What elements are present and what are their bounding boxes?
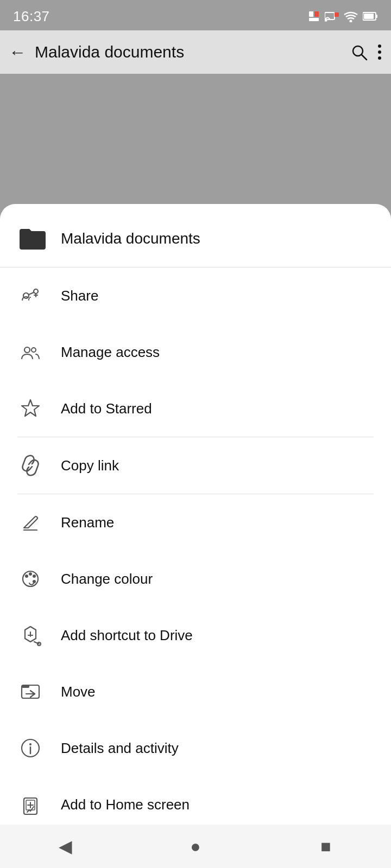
menu-item-move[interactable]: Move <box>0 663 391 720</box>
rename-icon <box>17 509 43 535</box>
add-home-label: Add to Home screen <box>61 796 190 813</box>
svg-point-11 <box>378 44 381 48</box>
home-add-icon <box>17 792 43 818</box>
svg-marker-20 <box>22 400 39 416</box>
svg-point-18 <box>24 347 30 353</box>
menu-item-copy-link[interactable]: Copy link <box>0 437 391 494</box>
shortcut-icon <box>17 622 43 648</box>
menu-item-details[interactable]: Details and activity <box>0 720 391 776</box>
svg-point-13 <box>378 56 381 60</box>
wifi-icon <box>343 10 358 22</box>
share-label: Share <box>61 288 98 304</box>
rename-label: Rename <box>61 514 114 531</box>
share-icon <box>17 283 43 309</box>
menu-item-share[interactable]: Share <box>0 267 391 324</box>
svg-rect-8 <box>376 15 377 18</box>
menu-item-add-shortcut[interactable]: Add shortcut to Drive <box>0 607 391 663</box>
svg-rect-1 <box>314 11 319 17</box>
status-time: 16:37 <box>13 8 50 25</box>
details-label: Details and activity <box>61 740 179 757</box>
star-icon <box>17 395 43 422</box>
sheet-header: Malavida documents <box>0 204 391 267</box>
manage-access-label: Manage access <box>61 344 160 361</box>
move-label: Move <box>61 684 96 700</box>
sheet-folder-name: Malavida documents <box>61 230 200 247</box>
app-bar: ← Malavida documents <box>0 30 391 74</box>
more-button[interactable] <box>377 43 382 61</box>
app-bar-title: Malavida documents <box>35 43 350 61</box>
app-bar-actions <box>350 43 382 61</box>
status-icons <box>308 10 378 23</box>
nav-back-button[interactable]: ◀ <box>43 830 87 863</box>
svg-rect-0 <box>309 11 313 17</box>
svg-point-15 <box>34 289 38 293</box>
change-colour-label: Change colour <box>61 571 153 588</box>
bottom-sheet: Malavida documents Share <box>0 204 391 868</box>
add-starred-label: Add to Starred <box>61 400 152 417</box>
manage-access-icon <box>17 339 43 365</box>
svg-rect-4 <box>335 12 339 17</box>
add-shortcut-label: Add shortcut to Drive <box>61 627 193 644</box>
svg-line-10 <box>362 55 367 60</box>
info-icon <box>17 735 43 761</box>
svg-point-25 <box>33 575 36 578</box>
svg-point-24 <box>29 572 32 576</box>
folder-icon <box>17 224 48 254</box>
svg-point-19 <box>31 348 36 352</box>
svg-point-12 <box>378 50 381 54</box>
svg-rect-32 <box>22 685 29 688</box>
search-button[interactable] <box>350 43 368 61</box>
svg-point-23 <box>25 575 28 578</box>
cast-icon <box>325 10 339 22</box>
svg-point-5 <box>350 20 352 23</box>
nav-bar: ◀ ● ■ <box>0 825 391 868</box>
nav-recent-button[interactable]: ■ <box>304 830 348 863</box>
background-area <box>0 74 391 204</box>
notification-icon <box>308 10 320 23</box>
menu-item-rename[interactable]: Rename <box>0 494 391 551</box>
back-button[interactable]: ← <box>9 42 26 62</box>
svg-rect-7 <box>364 14 374 19</box>
nav-home-button[interactable]: ● <box>174 830 217 863</box>
menu-item-manage-access[interactable]: Manage access <box>0 324 391 380</box>
menu-item-add-starred[interactable]: Add to Starred <box>0 380 391 437</box>
status-bar: 16:37 <box>0 0 391 30</box>
copy-link-label: Copy link <box>61 457 119 474</box>
palette-icon <box>17 566 43 592</box>
svg-rect-2 <box>309 18 319 21</box>
copy-link-icon <box>17 452 43 478</box>
battery-icon <box>363 11 378 22</box>
menu-item-change-colour[interactable]: Change colour <box>0 551 391 607</box>
move-icon <box>17 679 43 705</box>
svg-point-37 <box>29 743 31 745</box>
